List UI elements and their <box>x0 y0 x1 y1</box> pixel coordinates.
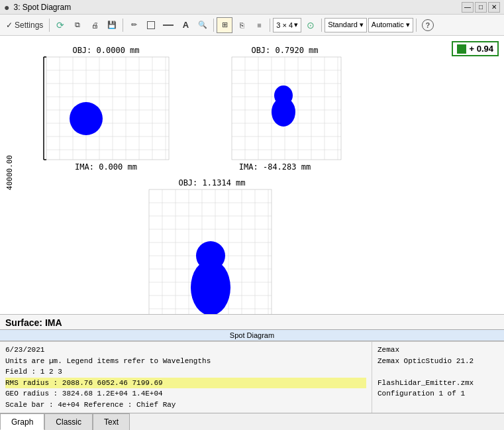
pencil-icon: ✏ <box>131 21 137 29</box>
search-button[interactable]: 🔍 <box>195 17 211 33</box>
automatic-label: Automatic ▾ <box>372 21 410 29</box>
scale-line: Scale bar : 4e+04 Reference : Chief Ray <box>5 400 366 411</box>
window-icon: ● <box>4 2 9 13</box>
title-bar: ● 3: Spot Diagram — □ ✕ <box>0 0 504 15</box>
help-button[interactable]: ? <box>419 17 436 33</box>
spot-bc-label-top: OBJ: 1.1314 mm <box>178 178 245 188</box>
info-left: 6/23/2021 Units are µm. Legend items ref… <box>0 342 372 413</box>
sep-4 <box>270 19 270 32</box>
grid-dropdown-icon: ▾ <box>294 21 298 29</box>
score-value: + 0.94 <box>469 44 493 54</box>
reload-icon: ⊙ <box>307 20 315 30</box>
window-controls: — □ ✕ <box>462 2 500 13</box>
filename: FlashLidar_Emitter.zmx <box>378 378 499 389</box>
spot-tr-label-bottom: IMA: -84.283 mm <box>239 162 311 172</box>
info-right: Zemax Zemax OpticStudio 21.2 FlashLidar_… <box>372 342 504 413</box>
field-line: Field : 1 2 3 <box>5 366 366 378</box>
copy-icon: ⧉ <box>75 21 80 29</box>
spot-panel-tl: OBJ: 0.0000 mm <box>46 46 169 172</box>
text-a-button[interactable]: A <box>177 17 193 33</box>
grid-icon: ⊞ <box>222 21 228 29</box>
graph-area: + 0.94 40000.00 OBJ: 0.0000 mm <box>0 36 504 314</box>
score-green-icon <box>457 44 466 54</box>
tab-graph[interactable]: Graph <box>0 413 44 430</box>
square-button[interactable] <box>143 17 159 33</box>
sep-1 <box>49 19 50 32</box>
grid-toggle-button[interactable]: ⊞ <box>217 17 232 33</box>
layers-icon: ≡ <box>257 21 261 29</box>
surface-label: Surface: IMA <box>0 315 504 329</box>
line-button[interactable] <box>160 17 176 33</box>
rms-line: RMS radius : 2088.76 6052.46 7199.69 <box>5 378 366 389</box>
spot-tl-label-bottom: IMA: 0.000 mm <box>75 162 137 172</box>
svg-point-60 <box>196 241 225 270</box>
automatic-dropdown[interactable]: Automatic ▾ <box>368 18 413 32</box>
save-icon: 💾 <box>107 21 117 29</box>
tab-bar: Graph Classic Text <box>0 413 504 430</box>
close-button[interactable]: ✕ <box>488 2 500 13</box>
product-name: Zemax OpticStudio 21.2 <box>378 356 499 367</box>
copy-button[interactable]: ⧉ <box>70 17 85 33</box>
save-button[interactable]: 💾 <box>104 17 120 33</box>
info-header: Spot Diagram <box>0 329 504 341</box>
standard-label: Standard ▾ <box>328 21 364 29</box>
company-name: Zemax <box>378 345 499 356</box>
geo-line: GEO radius : 3824.68 1.2E+04 1.4E+04 <box>5 388 366 400</box>
refresh-button[interactable]: ⟳ <box>52 17 68 33</box>
export-button[interactable]: ⎘ <box>234 17 250 33</box>
print-button[interactable]: 🖨 <box>87 17 103 33</box>
config: Configuration 1 of 1 <box>378 388 499 400</box>
spot-panel-bc: IMA: -127.588 mm <box>149 189 272 314</box>
svg-point-39 <box>274 85 293 105</box>
print-icon: 🖨 <box>91 21 99 29</box>
refresh-icon: ⟳ <box>56 20 64 30</box>
search-icon: 🔍 <box>198 21 207 29</box>
layers-button[interactable]: ≡ <box>251 17 267 33</box>
spot-tr-label-top: OBJ: 0.7920 mm <box>251 46 318 55</box>
export-icon: ⎘ <box>240 21 244 29</box>
window-title: 3: Spot Diagram <box>13 3 71 12</box>
date-line: 6/23/2021 <box>5 345 366 356</box>
settings-check-icon: ✓ <box>6 21 13 30</box>
line-icon <box>163 25 174 26</box>
settings-button[interactable]: ✓ Settings <box>3 17 46 33</box>
grid-size-label: 3 × 4 <box>276 21 293 29</box>
sep-2 <box>123 19 123 32</box>
bottom-area: Surface: IMA Spot Diagram 6/23/2021 Unit… <box>0 314 504 430</box>
tab-classic-label: Classic <box>56 417 81 427</box>
svg-rect-0 <box>46 57 169 160</box>
sep-5 <box>321 19 322 32</box>
reload-button[interactable]: ⊙ <box>303 17 319 33</box>
sep-3 <box>213 19 214 32</box>
tab-text[interactable]: Text <box>93 413 130 430</box>
sep-6 <box>416 19 417 32</box>
grid-size-dropdown[interactable]: 3 × 4 ▾ <box>273 18 301 32</box>
square-icon <box>147 21 155 29</box>
tab-graph-label: Graph <box>11 417 33 427</box>
toolbar: ✓ Settings ⟳ ⧉ 🖨 💾 ✏ A 🔍 ⊞ ⎘ ≡ 3 × 4 ▾ <box>0 15 504 36</box>
spot-tl-label-top: OBJ: 0.0000 mm <box>72 46 139 55</box>
y-axis-label: 40000.00 <box>5 155 14 190</box>
tab-classic[interactable]: Classic <box>44 413 93 430</box>
standard-dropdown[interactable]: Standard ▾ <box>325 18 367 32</box>
info-grid: 6/23/2021 Units are µm. Legend items ref… <box>0 341 504 413</box>
tab-text-label: Text <box>104 417 119 427</box>
score-badge: + 0.94 <box>452 41 499 56</box>
svg-point-18 <box>70 102 103 135</box>
units-line: Units are µm. Legend items refer to Wave… <box>5 356 366 367</box>
settings-label: Settings <box>15 21 43 30</box>
text-a-icon: A <box>183 20 189 30</box>
spot-panel-tr: OBJ: 0.7920 mm <box>232 46 341 172</box>
minimize-button[interactable]: — <box>462 2 474 13</box>
help-icon: ? <box>422 19 434 31</box>
main-content: + 0.94 40000.00 OBJ: 0.0000 mm <box>0 36 504 430</box>
pencil-button[interactable]: ✏ <box>126 17 142 33</box>
maximize-button[interactable]: □ <box>475 2 487 13</box>
spot-diagram-svg: OBJ: 0.0000 mm <box>33 42 483 314</box>
info-blank <box>378 366 499 378</box>
